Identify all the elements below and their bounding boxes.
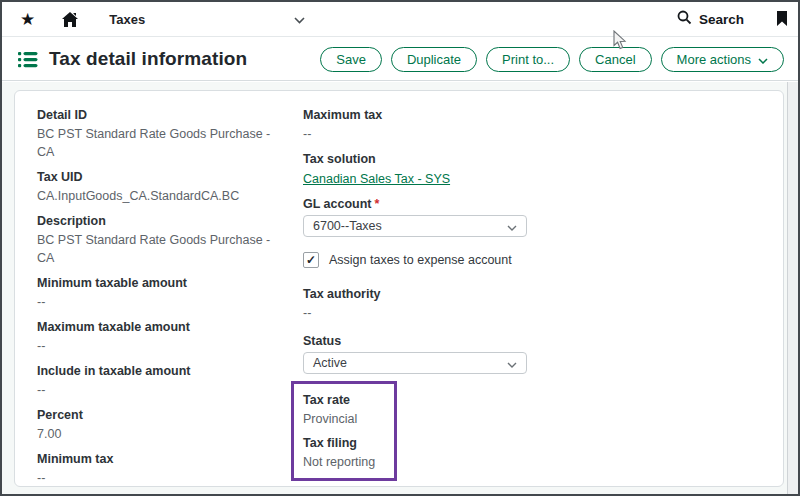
star-icon[interactable]: ★: [20, 11, 35, 28]
status-select[interactable]: Active: [303, 352, 527, 374]
field-percent: Percent 7.00: [37, 406, 277, 443]
form-column-right: Maximum tax -- Tax solution Canadian Sal…: [291, 106, 551, 481]
chevron-down-icon: [758, 52, 768, 67]
assign-taxes-checkbox[interactable]: ✓: [303, 252, 319, 268]
entity-dropdown-taxes[interactable]: Taxes: [109, 10, 305, 28]
chevron-down-icon: [294, 10, 305, 28]
field-label: Minimum tax: [37, 450, 277, 468]
field-label: Maximum taxable amount: [37, 318, 277, 336]
field-minimum-taxable-amount: Minimum taxable amount --: [37, 274, 277, 311]
field-tax-rate: Tax rate Provincial: [303, 391, 386, 428]
field-label: Description: [37, 212, 277, 230]
selected-value: Active: [313, 356, 347, 370]
checkbox-label: Assign taxes to expense account: [329, 253, 512, 267]
field-label: Tax authority: [303, 285, 551, 303]
field-value: Not reporting: [303, 453, 386, 471]
more-actions-label: More actions: [677, 52, 751, 67]
gl-account-select[interactable]: 6700--Taxes: [303, 215, 527, 237]
content-area: Detail ID BC PST Standard Rate Goods Pur…: [2, 82, 798, 494]
field-value: 7.00: [37, 425, 277, 443]
field-tax-uid: Tax UID CA.InputGoods_CA.StandardCA.BC: [37, 168, 277, 205]
cancel-button[interactable]: Cancel: [579, 47, 651, 72]
page-title: Tax detail information: [49, 48, 247, 70]
field-value: --: [303, 125, 551, 143]
field-value: BC PST Standard Rate Goods Purchase - CA: [37, 231, 277, 267]
required-marker: *: [375, 197, 380, 211]
field-gl-account: GL account* 6700--Taxes: [303, 195, 551, 237]
assign-taxes-checkbox-row: ✓ Assign taxes to expense account: [303, 252, 551, 268]
field-include-in-taxable-amount: Include in taxable amount --: [37, 362, 277, 399]
field-maximum-taxable-amount: Maximum taxable amount --: [37, 318, 277, 355]
field-label: Tax solution: [303, 150, 551, 168]
tax-solution-link[interactable]: Canadian Sales Tax - SYS: [303, 170, 450, 188]
field-label: Minimum taxable amount: [37, 274, 277, 292]
field-label: Include in taxable amount: [37, 362, 277, 380]
record-list-icon[interactable]: [18, 51, 38, 68]
field-value: Provincial: [303, 410, 386, 428]
search-label: Search: [699, 12, 744, 27]
field-tax-authority: Tax authority --: [303, 285, 551, 322]
field-value: BC PST Standard Rate Goods Purchase - CA: [37, 125, 277, 161]
field-value: --: [303, 304, 551, 322]
chevron-down-icon: [507, 354, 517, 372]
print-to-button[interactable]: Print to...: [486, 47, 570, 72]
field-label: Tax rate: [303, 391, 386, 409]
form-column-left: Detail ID BC PST Standard Rate Goods Pur…: [37, 106, 277, 494]
field-label: Detail ID: [37, 106, 277, 124]
field-maximum-tax: Maximum tax --: [303, 106, 551, 143]
field-description: Description BC PST Standard Rate Goods P…: [37, 212, 277, 267]
tax-detail-card: Detail ID BC PST Standard Rate Goods Pur…: [14, 90, 784, 487]
page-header: Tax detail information Save Duplicate Pr…: [2, 38, 798, 81]
bookmark-icon[interactable]: [776, 11, 788, 27]
home-icon[interactable]: [61, 11, 79, 28]
field-value: --: [37, 293, 277, 311]
field-label: Percent: [37, 406, 277, 424]
search-icon: [677, 10, 692, 29]
selected-value: 6700--Taxes: [313, 219, 382, 233]
highlight-annotation-box: Tax rate Provincial Tax filing Not repor…: [291, 381, 397, 481]
field-tax-solution: Tax solution Canadian Sales Tax - SYS: [303, 150, 551, 188]
field-label: Tax UID: [37, 168, 277, 186]
search-button[interactable]: Search: [677, 10, 744, 29]
field-value: CA.InputGoods_CA.StandardCA.BC: [37, 187, 277, 205]
field-status: Status Active: [303, 332, 551, 374]
field-label: Maximum tax: [303, 106, 551, 124]
chevron-down-icon: [507, 217, 517, 235]
field-detail-id: Detail ID BC PST Standard Rate Goods Pur…: [37, 106, 277, 161]
top-navigation-bar: ★ Taxes Search: [2, 2, 798, 37]
field-minimum-tax: Minimum tax --: [37, 450, 277, 487]
field-value: --: [37, 337, 277, 355]
field-label: Status: [303, 332, 551, 350]
field-label: Tax filing: [303, 434, 386, 452]
field-value: --: [37, 469, 277, 487]
field-value: --: [37, 381, 277, 399]
duplicate-button[interactable]: Duplicate: [391, 47, 477, 72]
field-tax-filing: Tax filing Not reporting: [303, 434, 386, 471]
entity-dropdown-label: Taxes: [109, 12, 145, 27]
more-actions-button[interactable]: More actions: [661, 47, 784, 72]
app-window: ★ Taxes Search: [0, 0, 800, 496]
save-button[interactable]: Save: [320, 47, 382, 72]
action-button-row: Save Duplicate Print to... Cancel More a…: [320, 47, 784, 72]
field-label: GL account*: [303, 195, 551, 213]
vertical-scrollbar[interactable]: [787, 82, 798, 494]
